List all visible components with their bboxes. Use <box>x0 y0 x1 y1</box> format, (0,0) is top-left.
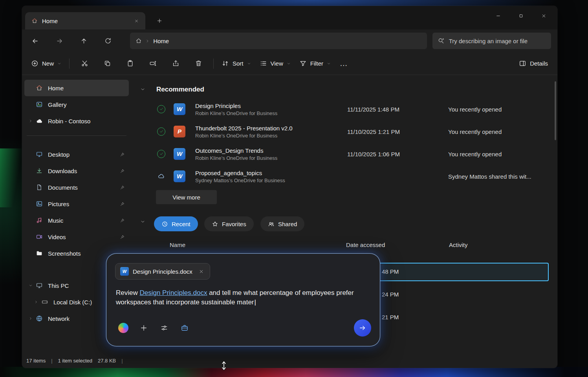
chevron-down-icon[interactable] <box>29 284 33 287</box>
sidebar-separator <box>27 135 126 136</box>
file-date: 11/10/2025 1:06 PM <box>347 150 400 157</box>
up-button[interactable] <box>77 34 91 48</box>
recommended-file-row[interactable]: W Design Principles Robin Kline’s OneDri… <box>131 98 555 120</box>
share-icon <box>172 60 180 67</box>
window-controls <box>487 6 555 26</box>
sort-button[interactable]: Sort <box>217 56 255 71</box>
hard-disk-icon <box>41 298 48 306</box>
onedrive-icon <box>36 117 43 125</box>
file-name: Outcomes_Design Trends <box>195 147 277 154</box>
refresh-button[interactable] <box>101 34 115 48</box>
sidebar-item-videos[interactable]: Videos <box>24 229 129 245</box>
sidebar-item-music[interactable]: Music <box>24 212 129 229</box>
address-bar[interactable]: Home <box>130 33 427 49</box>
view-button[interactable]: View <box>255 56 295 71</box>
column-activity[interactable]: Activity <box>449 242 468 248</box>
file-explorer-window: Home <box>22 6 557 368</box>
scrollbar-thumb[interactable] <box>555 81 556 140</box>
music-icon <box>36 217 43 224</box>
plus-icon <box>140 324 148 332</box>
tab-title: Home <box>42 18 127 24</box>
sidebar-item-documents[interactable]: Documents <box>24 179 129 196</box>
maximize-button[interactable] <box>509 6 532 26</box>
sidebar-item-downloads[interactable]: Downloads <box>24 163 129 179</box>
rename-icon <box>149 60 157 67</box>
sidebar-item-onedrive-robin-contoso[interactable]: Robin - Contoso <box>24 113 129 129</box>
chevron-down-icon <box>327 62 331 66</box>
minimize-button[interactable] <box>487 6 509 26</box>
chevron-right-icon[interactable] <box>29 317 33 320</box>
copy-button[interactable] <box>96 56 119 71</box>
prompt-text-input[interactable]: Review Design Principles.docx and tell m… <box>116 288 372 307</box>
pin-icon <box>120 218 125 223</box>
home-icon <box>31 18 38 24</box>
new-tab-button[interactable] <box>153 15 166 27</box>
details-button[interactable]: Details <box>514 56 553 71</box>
tune-settings-button[interactable] <box>159 323 169 333</box>
tab-recent[interactable]: Recent <box>154 216 198 231</box>
close-icon <box>134 19 139 23</box>
column-date-accessed[interactable]: Date accessed <box>346 242 385 248</box>
submit-button[interactable] <box>354 319 371 337</box>
sidebar-item-home[interactable]: Home <box>24 80 129 96</box>
cut-button[interactable] <box>73 56 96 71</box>
forward-button[interactable] <box>53 34 67 48</box>
view-list-icon <box>260 60 267 67</box>
resize-cursor-icon <box>221 361 227 370</box>
sidebar-item-gallery[interactable]: Gallery <box>24 96 129 113</box>
breadcrumb-home[interactable]: Home <box>153 38 169 44</box>
delete-button[interactable] <box>187 56 210 71</box>
arrow-up-icon <box>80 37 88 45</box>
column-name[interactable]: Name <box>170 242 185 248</box>
close-button[interactable] <box>532 6 555 26</box>
attachment-chip[interactable]: W Design Principles.docx <box>115 263 210 280</box>
file-name: Design Principles <box>195 102 277 109</box>
view-more-button[interactable]: View more <box>156 190 217 204</box>
file-date: 11/11/2025 1:48 PM <box>347 106 399 112</box>
share-button[interactable] <box>164 56 187 71</box>
copilot-compose-overlay: W Design Principles.docx Review Design P… <box>106 253 380 346</box>
tab-favorites[interactable]: Favorites <box>204 216 254 231</box>
recommended-file-row[interactable]: W Proposed_agenda_topics Sydney Mattos’s… <box>131 165 555 187</box>
search-box[interactable]: Try describing an image or file <box>432 33 551 49</box>
work-briefcase-button[interactable] <box>180 323 190 333</box>
filter-button[interactable]: Filter <box>295 56 335 71</box>
tab-home[interactable]: Home <box>25 12 145 29</box>
sidebar-item-pictures[interactable]: Pictures <box>24 196 129 212</box>
videos-icon <box>36 233 43 240</box>
recommended-file-row[interactable]: W Outcomes_Design Trends Robin Kline’s O… <box>131 143 555 165</box>
chevron-down-icon <box>287 62 291 66</box>
more-options-button[interactable]: … <box>335 59 352 68</box>
chevron-down-icon <box>247 62 251 66</box>
recommended-file-row[interactable]: P Thunderbolt 2025 - Presentation v2.0 R… <box>131 120 555 143</box>
collapse-section-button[interactable] <box>138 219 147 224</box>
collapse-recommended-button[interactable] <box>138 87 147 92</box>
refresh-icon <box>104 37 112 44</box>
sidebar-item-desktop[interactable]: Desktop <box>24 146 129 163</box>
home-icon <box>136 38 142 44</box>
prompt-file-link[interactable]: Design Principles.docx <box>139 289 207 296</box>
file-row-date-fragment: 48 PM <box>382 266 399 277</box>
titlebar: Home <box>22 6 557 29</box>
status-bar: 17 items | 1 item selected 27.8 KB | <box>22 353 557 368</box>
add-attachment-button[interactable] <box>139 323 149 333</box>
people-icon <box>268 221 275 227</box>
chevron-right-icon[interactable] <box>34 300 38 304</box>
file-name: Proposed_agenda_topics <box>195 169 285 176</box>
tab-close-button[interactable] <box>131 16 141 26</box>
rename-button[interactable] <box>141 56 164 71</box>
gallery-icon <box>36 101 43 108</box>
word-file-icon: W <box>174 170 185 182</box>
new-button[interactable]: New <box>27 56 66 71</box>
tab-shared[interactable]: Shared <box>260 216 304 231</box>
paste-button[interactable] <box>119 56 141 71</box>
back-button[interactable] <box>28 34 42 48</box>
file-location: Robin Kline’s OneDrive for Business <box>195 132 293 138</box>
remove-attachment-button[interactable] <box>196 266 207 276</box>
chevron-right-icon[interactable] <box>29 119 33 123</box>
status-divider: | <box>121 358 123 364</box>
search-placeholder: Try describing an image or file <box>449 38 528 44</box>
desktop: Home <box>0 0 588 377</box>
copilot-icon[interactable] <box>118 323 128 333</box>
sort-icon <box>222 60 229 67</box>
